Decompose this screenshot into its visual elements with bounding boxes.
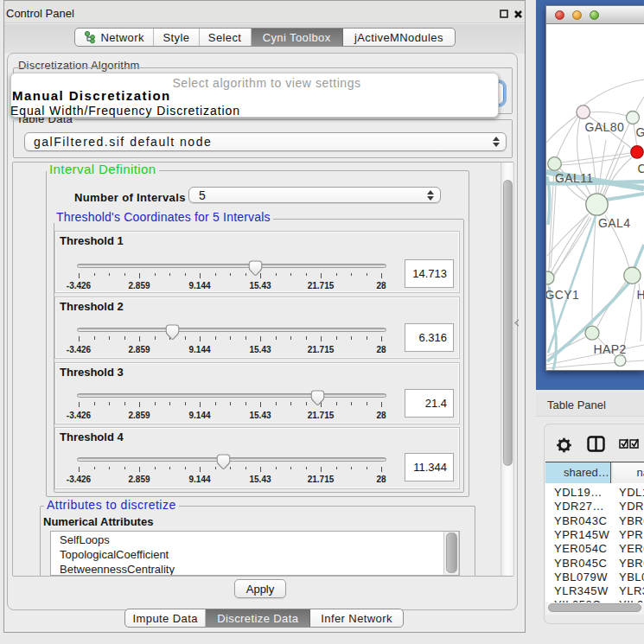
- svg-text:CYC..: CYC..: [638, 162, 644, 175]
- svg-text:GAL4: GAL4: [598, 216, 630, 230]
- svg-text:GAL11: GAL11: [555, 171, 594, 185]
- svg-text:HIS: HIS: [637, 288, 644, 302]
- svg-text:GAL80: GAL80: [585, 120, 625, 134]
- svg-text:HAP2: HAP2: [594, 342, 627, 356]
- svg-text:GAL..: GAL..: [636, 125, 644, 139]
- svg-text:GCY1: GCY1: [546, 288, 579, 302]
